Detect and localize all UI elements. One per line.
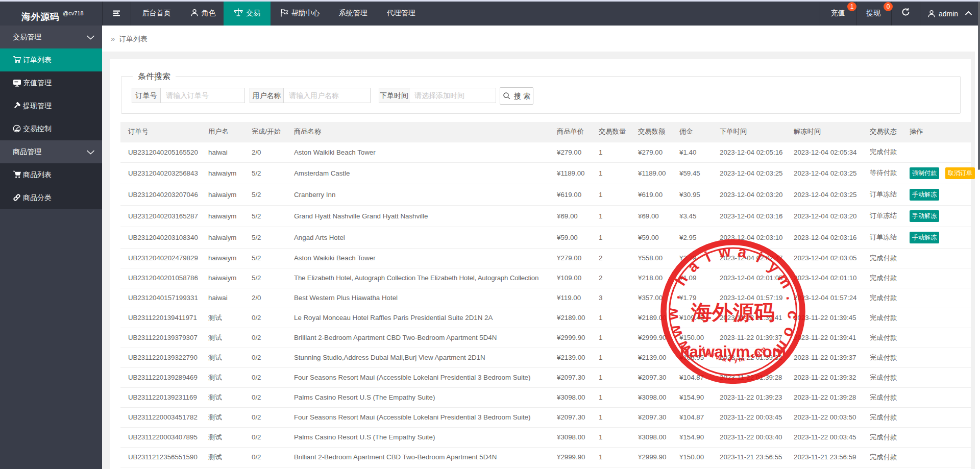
svg-text:.: . (666, 292, 683, 300)
svg-text:a: a (684, 257, 702, 276)
svg-text:w: w (717, 242, 732, 261)
svg-text:i: i (702, 248, 713, 265)
svg-text:y: y (765, 258, 783, 277)
svg-text:c: c (785, 310, 802, 320)
svg-text:i: i (754, 249, 765, 265)
svg-text:w: w (664, 307, 681, 320)
svg-text:海外源码: 海外源码 (691, 301, 775, 324)
svg-text:o: o (780, 325, 799, 340)
svg-text:.: . (783, 293, 800, 302)
svg-text:a: a (737, 243, 748, 261)
svg-text:w: w (666, 323, 685, 340)
svg-text:haiwaiym.com: haiwaiym.com (680, 343, 786, 361)
